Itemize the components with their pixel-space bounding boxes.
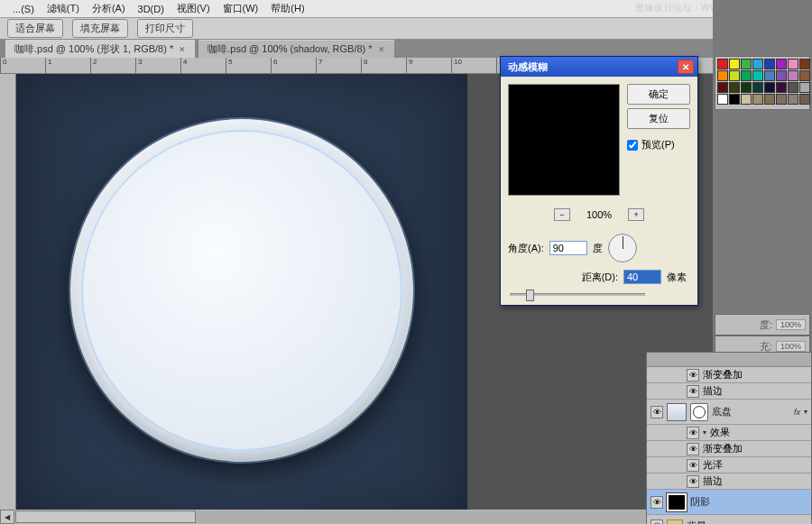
swatch[interactable] bbox=[764, 82, 775, 93]
visibility-icon[interactable]: 👁 bbox=[651, 496, 663, 509]
reset-button[interactable]: 复位 bbox=[627, 108, 690, 129]
distance-label: 距离(D): bbox=[582, 271, 618, 284]
swatch[interactable] bbox=[741, 82, 752, 93]
swatch[interactable] bbox=[752, 82, 763, 93]
close-icon[interactable]: ✕ bbox=[678, 60, 694, 74]
menu-3d[interactable]: 3D(D) bbox=[133, 2, 170, 16]
visibility-icon[interactable]: 👁 bbox=[687, 443, 699, 455]
print-size-button[interactable]: 打印尺寸 bbox=[137, 19, 193, 38]
distance-input[interactable] bbox=[623, 270, 661, 284]
layer-effect-group[interactable]: 👁 ▾ 效果 bbox=[647, 425, 811, 441]
swatch[interactable] bbox=[752, 94, 763, 105]
swatch[interactable] bbox=[741, 59, 752, 69]
layer-row[interactable]: 👁 背景 bbox=[647, 515, 811, 524]
swatch[interactable] bbox=[799, 94, 810, 105]
swatch[interactable] bbox=[717, 59, 728, 69]
menu-window[interactable]: 窗口(W) bbox=[217, 0, 264, 17]
layer-name: 阴影 bbox=[690, 495, 807, 509]
swatch[interactable] bbox=[776, 82, 787, 93]
swatch[interactable] bbox=[717, 70, 728, 81]
angle-input[interactable] bbox=[549, 241, 587, 255]
swatch[interactable] bbox=[729, 59, 740, 69]
swatch[interactable] bbox=[764, 59, 775, 69]
visibility-icon[interactable]: 👁 bbox=[687, 459, 699, 472]
folder-icon[interactable] bbox=[667, 519, 683, 524]
visibility-icon[interactable]: 👁 bbox=[687, 385, 699, 398]
layer-mask-icon[interactable] bbox=[690, 403, 708, 421]
layer-effect-row[interactable]: 👁 渐变叠加 bbox=[647, 441, 811, 457]
visibility-icon[interactable]: 👁 bbox=[687, 427, 699, 439]
zoom-out-button[interactable]: − bbox=[554, 208, 570, 221]
layer-name: 背景 bbox=[687, 519, 807, 525]
visibility-icon[interactable]: 👁 bbox=[687, 369, 699, 382]
layer-row-selected[interactable]: 👁 阴影 bbox=[647, 490, 811, 515]
swatch[interactable] bbox=[776, 94, 787, 105]
menu-filter[interactable]: 滤镜(T) bbox=[42, 0, 85, 17]
slider-knob[interactable] bbox=[526, 290, 534, 301]
swatch[interactable] bbox=[752, 70, 763, 81]
canvas[interactable] bbox=[16, 74, 467, 516]
zoom-in-button[interactable]: + bbox=[628, 208, 644, 221]
swatch[interactable] bbox=[752, 59, 763, 69]
layer-thumb[interactable] bbox=[667, 403, 687, 421]
menu-view[interactable]: 视图(V) bbox=[171, 0, 216, 17]
document-tab-2[interactable]: 咖啡.psd @ 100% (shadow, RGB/8) * ✕ bbox=[198, 40, 393, 58]
menu-analysis[interactable]: 分析(A) bbox=[87, 0, 131, 17]
visibility-icon[interactable]: 👁 bbox=[687, 475, 699, 488]
layer-thumb[interactable] bbox=[667, 493, 687, 511]
chevron-down-icon[interactable]: ▾ bbox=[703, 428, 706, 437]
visibility-icon[interactable]: 👁 bbox=[651, 519, 663, 524]
swatch[interactable] bbox=[788, 82, 798, 93]
swatch[interactable] bbox=[799, 82, 810, 93]
swatch[interactable] bbox=[764, 70, 775, 81]
close-icon[interactable]: ✕ bbox=[378, 45, 385, 54]
document-tab-1[interactable]: 咖啡.psd @ 100% (形状 1, RGB/8) * ✕ bbox=[5, 40, 195, 58]
fit-screen-button[interactable]: 适合屏幕 bbox=[7, 19, 63, 38]
swatch[interactable] bbox=[788, 70, 798, 81]
distance-slider[interactable] bbox=[510, 293, 645, 296]
swatches-panel[interactable] bbox=[715, 56, 810, 110]
swatch[interactable] bbox=[788, 59, 798, 69]
swatch[interactable] bbox=[729, 70, 740, 81]
chevron-down-icon[interactable]: ▾ bbox=[804, 408, 807, 416]
opacity-row: 度: 100% bbox=[715, 314, 810, 336]
swatch[interactable] bbox=[741, 70, 752, 81]
dialog-preview[interactable] bbox=[508, 84, 620, 196]
swatch[interactable] bbox=[741, 94, 752, 105]
swatch[interactable] bbox=[717, 82, 728, 93]
swatch[interactable] bbox=[776, 70, 787, 81]
opacity-value[interactable]: 100% bbox=[776, 319, 806, 330]
scroll-left-icon[interactable]: ◀ bbox=[0, 510, 14, 524]
swatch[interactable] bbox=[788, 94, 798, 105]
layer-effect-row[interactable]: 👁 描边 bbox=[647, 383, 811, 400]
swatch[interactable] bbox=[717, 94, 728, 105]
angle-dial[interactable] bbox=[608, 234, 637, 262]
ruler-vertical bbox=[0, 74, 16, 516]
swatch[interactable] bbox=[729, 94, 740, 105]
fill-screen-button[interactable]: 填充屏幕 bbox=[72, 19, 128, 38]
swatch[interactable] bbox=[764, 94, 775, 105]
fill-value[interactable]: 100% bbox=[776, 341, 806, 352]
angle-label: 角度(A): bbox=[508, 242, 544, 255]
menu-help[interactable]: 帮助(H) bbox=[265, 0, 309, 17]
swatch[interactable] bbox=[799, 70, 810, 81]
preview-checkbox-input[interactable] bbox=[627, 140, 638, 151]
ok-button[interactable]: 确定 bbox=[627, 84, 690, 105]
swatch[interactable] bbox=[729, 82, 740, 93]
visibility-icon[interactable]: 👁 bbox=[651, 406, 663, 418]
preview-checkbox[interactable]: 预览(P) bbox=[627, 138, 690, 152]
fx-badge[interactable]: fx bbox=[794, 408, 800, 417]
swatch[interactable] bbox=[799, 59, 810, 69]
scroll-thumb[interactable] bbox=[15, 510, 196, 523]
layer-name: 渐变叠加 bbox=[703, 442, 743, 455]
dialog-titlebar[interactable]: 动感模糊 ✕ bbox=[501, 57, 697, 77]
layer-effect-row[interactable]: 👁 描边 bbox=[647, 473, 811, 490]
canvas-area[interactable] bbox=[16, 74, 467, 516]
layer-row[interactable]: 👁 底盘 fx ▾ bbox=[647, 400, 811, 425]
swatch[interactable] bbox=[776, 59, 787, 69]
close-icon[interactable]: ✕ bbox=[179, 45, 186, 54]
menu-item[interactable]: ...(S) bbox=[7, 2, 40, 16]
layer-effect-row[interactable]: 👁 光泽 bbox=[647, 457, 811, 473]
layer-effect-row[interactable]: 👁 渐变叠加 bbox=[647, 367, 811, 383]
layer-name: 描边 bbox=[703, 474, 723, 488]
